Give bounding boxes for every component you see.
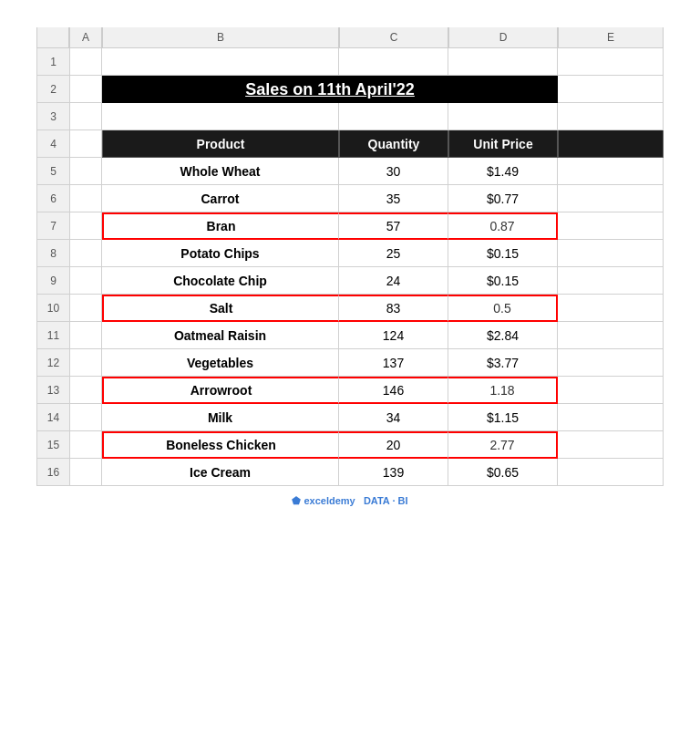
row-num-1: 1 bbox=[36, 48, 69, 76]
cell-d12: $3.77 bbox=[448, 349, 558, 377]
cell-d3 bbox=[448, 103, 558, 130]
cell-b6: Carrot bbox=[102, 185, 339, 212]
cell-e3 bbox=[558, 103, 664, 130]
cell-b7: Bran bbox=[102, 212, 339, 240]
cell-c1 bbox=[339, 48, 448, 76]
col-corner bbox=[36, 27, 69, 47]
header-unit-price: Unit Price bbox=[448, 130, 558, 158]
row-num-13: 13 bbox=[36, 377, 69, 404]
cell-a5 bbox=[69, 158, 102, 185]
row-7-content: Bran 57 0.87 bbox=[69, 212, 664, 240]
cell-e16 bbox=[558, 459, 664, 486]
row-num-5: 5 bbox=[36, 158, 69, 185]
cell-d9: $0.15 bbox=[448, 267, 558, 295]
row-3: 3 bbox=[36, 103, 664, 130]
row-num-14: 14 bbox=[36, 404, 69, 431]
row-8: 8 Potato Chips 25 $0.15 bbox=[36, 240, 664, 267]
row-13: 13 Arrowroot 146 1.18 bbox=[36, 377, 664, 404]
row-4: 4 Product Quantity Unit Price bbox=[36, 130, 664, 158]
row-num-15: 15 bbox=[36, 431, 69, 459]
row-9: 9 Chocolate Chip 24 $0.15 bbox=[36, 267, 664, 295]
cell-c14: 34 bbox=[339, 404, 448, 431]
cell-c13: 146 bbox=[339, 377, 448, 404]
cell-a13 bbox=[69, 377, 102, 404]
cell-b15: Boneless Chicken bbox=[102, 431, 339, 459]
cell-b5: Whole Wheat bbox=[102, 158, 339, 185]
row-12: 12 Vegetables 137 $3.77 bbox=[36, 349, 664, 377]
cell-e14 bbox=[558, 404, 664, 431]
row-5: 5 Whole Wheat 30 $1.49 bbox=[36, 158, 664, 185]
cell-c10: 83 bbox=[339, 295, 448, 322]
row-9-content: Chocolate Chip 24 $0.15 bbox=[69, 267, 664, 295]
row-15: 15 Boneless Chicken 20 2.77 bbox=[36, 431, 664, 459]
cell-b11: Oatmeal Raisin bbox=[102, 322, 339, 349]
cell-e1 bbox=[558, 48, 664, 76]
row-num-9: 9 bbox=[36, 267, 69, 295]
cell-c5: 30 bbox=[339, 158, 448, 185]
cell-e15 bbox=[558, 431, 664, 459]
cell-c9: 24 bbox=[339, 267, 448, 295]
row-12-content: Vegetables 137 $3.77 bbox=[69, 349, 664, 377]
cell-a8 bbox=[69, 240, 102, 267]
row-10: 10 Salt 83 0.5 bbox=[36, 295, 664, 322]
row-13-content: Arrowroot 146 1.18 bbox=[69, 377, 664, 404]
watermark: ⬟ exceldemy DATA · BI bbox=[36, 495, 664, 507]
row-num-12: 12 bbox=[36, 349, 69, 377]
cell-e6 bbox=[558, 185, 664, 212]
spreadsheet-title: Sales on 11th April'22 bbox=[102, 76, 558, 103]
cell-e2 bbox=[558, 76, 664, 103]
cell-b8: Potato Chips bbox=[102, 240, 339, 267]
cell-d6: $0.77 bbox=[448, 185, 558, 212]
cell-c15: 20 bbox=[339, 431, 448, 459]
cell-a2 bbox=[69, 76, 102, 103]
cell-e7 bbox=[558, 212, 664, 240]
cell-a3 bbox=[69, 103, 102, 130]
row-num-16: 16 bbox=[36, 459, 69, 486]
cell-d1 bbox=[448, 48, 558, 76]
cell-c6: 35 bbox=[339, 185, 448, 212]
cell-d8: $0.15 bbox=[448, 240, 558, 267]
header-product: Product bbox=[102, 130, 339, 158]
cell-b3 bbox=[102, 103, 339, 130]
cell-c16: 139 bbox=[339, 459, 448, 486]
col-a-header: A bbox=[69, 27, 102, 47]
row-14-content: Milk 34 $1.15 bbox=[69, 404, 664, 431]
row-num-3: 3 bbox=[36, 103, 69, 130]
watermark-text: ⬟ exceldemy DATA · BI bbox=[292, 495, 407, 506]
cell-a10 bbox=[69, 295, 102, 322]
cell-d11: $2.84 bbox=[448, 322, 558, 349]
col-b-header: B bbox=[102, 27, 339, 47]
cell-d13: 1.18 bbox=[448, 377, 558, 404]
row-num-10: 10 bbox=[36, 295, 69, 322]
cell-a12 bbox=[69, 349, 102, 377]
row-1: 1 bbox=[36, 48, 664, 76]
cell-b14: Milk bbox=[102, 404, 339, 431]
cell-a1 bbox=[69, 48, 102, 76]
cell-d14: $1.15 bbox=[448, 404, 558, 431]
cell-d10: 0.5 bbox=[448, 295, 558, 322]
row-num-11: 11 bbox=[36, 322, 69, 349]
cell-c12: 137 bbox=[339, 349, 448, 377]
cell-b10: Salt bbox=[102, 295, 339, 322]
row-11-content: Oatmeal Raisin 124 $2.84 bbox=[69, 322, 664, 349]
cell-e12 bbox=[558, 349, 664, 377]
cell-e11 bbox=[558, 322, 664, 349]
cell-a9 bbox=[69, 267, 102, 295]
row-16-content: Ice Cream 139 $0.65 bbox=[69, 459, 664, 486]
cell-a11 bbox=[69, 322, 102, 349]
row-2: 2 Sales on 11th April'22 bbox=[36, 76, 664, 103]
row-8-content: Potato Chips 25 $0.15 bbox=[69, 240, 664, 267]
row-3-content bbox=[69, 103, 664, 130]
cell-d16: $0.65 bbox=[448, 459, 558, 486]
row-6-content: Carrot 35 $0.77 bbox=[69, 185, 664, 212]
cell-b16: Ice Cream bbox=[102, 459, 339, 486]
row-5-content: Whole Wheat 30 $1.49 bbox=[69, 158, 664, 185]
cell-d15: 2.77 bbox=[448, 431, 558, 459]
cell-b9: Chocolate Chip bbox=[102, 267, 339, 295]
cell-c7: 57 bbox=[339, 212, 448, 240]
row-num-7: 7 bbox=[36, 212, 69, 240]
row-6: 6 Carrot 35 $0.77 bbox=[36, 185, 664, 212]
row-11: 11 Oatmeal Raisin 124 $2.84 bbox=[36, 322, 664, 349]
cell-e5 bbox=[558, 158, 664, 185]
row-num-4: 4 bbox=[36, 130, 69, 158]
